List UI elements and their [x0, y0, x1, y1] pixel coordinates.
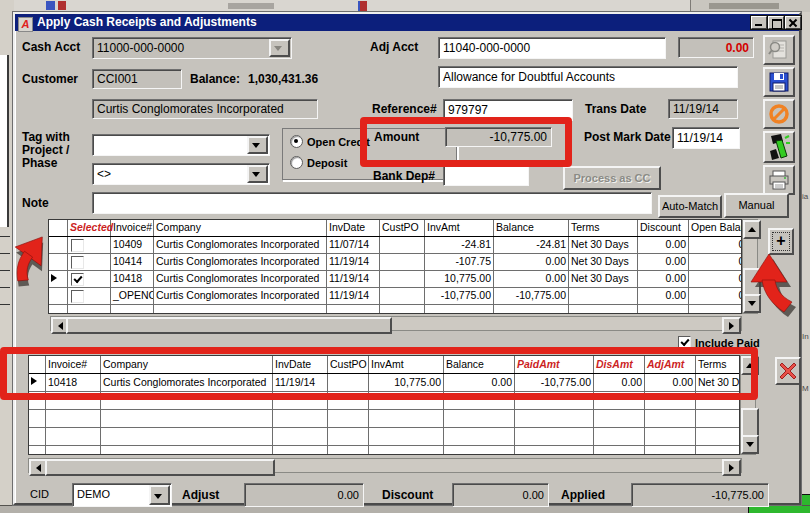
vscroll-thumb[interactable] [743, 268, 761, 297]
grid-cell[interactable]: Curtis Conglomorates Incorporated [154, 254, 327, 270]
cid-dropdown-button[interactable] [149, 485, 170, 505]
bank-dep-input[interactable] [443, 164, 529, 186]
include-paid-checkbox[interactable]: Include Paid [678, 336, 760, 349]
grid-cell[interactable] [380, 271, 425, 287]
grid-cell[interactable]: Curtis Conglomorates Incorporated [154, 237, 327, 253]
selected-checkbox-cell[interactable] [68, 237, 111, 253]
delete-applied-button[interactable] [775, 357, 801, 385]
grid-cell[interactable]: -10,775.00 [494, 288, 569, 304]
hscroll-thumb[interactable] [66, 317, 392, 334]
scroll-right-button[interactable] [722, 317, 741, 334]
scroll-down-button[interactable] [741, 435, 759, 454]
phase-dropdown-button[interactable] [247, 165, 268, 183]
auto-match-button[interactable]: Auto-Match [658, 195, 722, 218]
grid-cell[interactable]: 0.00 [494, 271, 569, 287]
grid-row[interactable]: 10414Curtis Conglomorates Incorporated11… [49, 254, 741, 271]
close-button[interactable] [785, 16, 801, 29]
hscroll-thumb[interactable] [45, 459, 275, 476]
grid-cell[interactable]: 0.00 [594, 374, 645, 391]
cancel-button[interactable] [763, 99, 795, 129]
grid-cell[interactable]: 11/19/14 [327, 254, 380, 270]
checkbox-unchecked-icon[interactable] [71, 290, 84, 303]
grid-cell[interactable]: -10,775.00 [425, 288, 494, 304]
checkbox-checked-icon[interactable] [678, 336, 691, 349]
grid-cell[interactable]: Net 30 Days [569, 271, 638, 287]
grid-cell[interactable]: 10,775.00 [369, 374, 444, 391]
scroll-up-button[interactable] [743, 220, 761, 239]
grid-cell[interactable]: 10418 [111, 271, 154, 287]
grid-cell[interactable]: Net 30 Days [696, 374, 740, 391]
add-invoice-button[interactable]: + [768, 228, 794, 255]
cid-combo[interactable]: DEMO [72, 483, 172, 507]
lookup-button[interactable] [763, 35, 795, 65]
reference-input[interactable]: 979797 [443, 99, 573, 121]
grid-cell[interactable]: 0.00 [638, 237, 689, 253]
grid-cell[interactable]: 0.00 [638, 254, 689, 270]
post-mark-date-input[interactable]: 11/19/14 [672, 127, 740, 149]
checkbox-unchecked-icon[interactable] [71, 256, 84, 269]
grid-cell[interactable] [380, 237, 425, 253]
grid-cell[interactable]: 0.00 [689, 271, 742, 287]
manual-button[interactable]: Manual [724, 193, 789, 218]
scroll-up-button[interactable] [741, 356, 759, 375]
print-button[interactable] [763, 165, 795, 195]
grid-cell[interactable]: 0.00 [645, 374, 696, 391]
grid-cell[interactable]: 10414 [111, 254, 154, 270]
phase-combo[interactable]: <> [92, 163, 270, 185]
grid-cell[interactable]: 10,775.00 [425, 271, 494, 287]
grid-cell[interactable]: 10418 [46, 374, 101, 391]
grid-cell[interactable]: 0.00 [689, 254, 742, 270]
grid-cell[interactable] [328, 374, 369, 391]
grid-cell[interactable]: 0.00 [638, 271, 689, 287]
grid-cell[interactable]: -10,775.00 [515, 374, 594, 391]
scroll-right-button[interactable] [722, 459, 741, 476]
process-as-cc-button[interactable]: Process as CC [563, 166, 661, 190]
cash-acct-dropdown-button[interactable] [269, 39, 290, 57]
project-dropdown-button[interactable] [247, 136, 268, 154]
selected-checkbox-cell[interactable] [68, 271, 111, 287]
grid-cell[interactable] [380, 288, 425, 304]
grid-cell[interactable]: 0.00 [444, 374, 515, 391]
grid-cell[interactable]: 0.00 [689, 237, 742, 253]
grid-cell[interactable]: _OPENCR [111, 288, 154, 304]
grid-row[interactable]: 10409Curtis Conglomorates Incorporated11… [49, 237, 741, 254]
project-combo[interactable] [92, 134, 270, 156]
grid-cell[interactable]: 11/07/14 [327, 237, 380, 253]
applied-hscrollbar[interactable] [28, 458, 742, 473]
grid-cell[interactable] [380, 254, 425, 270]
grid-cell[interactable]: -24.81 [425, 237, 494, 253]
dialog-titlebar[interactable]: AApply Cash Receipts and Adjustments [15, 14, 799, 31]
grid-row[interactable]: 10418Curtis Conglomorates Incorporated11… [49, 271, 741, 288]
open-credit-radio[interactable]: Open Credit [290, 135, 370, 148]
grid-cell[interactable] [569, 288, 638, 304]
grid-cell[interactable]: Curtis Conglomorates Incorporated [154, 271, 327, 287]
grid-cell[interactable]: -107.75 [425, 254, 494, 270]
adj-acct-input[interactable]: 11040-000-0000 [438, 37, 666, 59]
grid-cell[interactable]: Curtis Conglomorates Incorporated [101, 374, 273, 391]
applied-vscrollbar[interactable] [740, 355, 756, 455]
grid-cell[interactable]: 0.00 [689, 288, 742, 304]
minimize-button[interactable] [751, 16, 767, 29]
grid-cell[interactable]: 11/19/14 [327, 288, 380, 304]
grid-cell[interactable]: 0.00 [638, 288, 689, 304]
post-button[interactable] [763, 131, 795, 163]
maximize-button[interactable] [768, 16, 784, 29]
cash-acct-combo[interactable]: 11000-000-0000 [92, 37, 292, 59]
grid-cell[interactable]: Curtis Conglomorates Incorporated [154, 288, 327, 304]
grid-cell[interactable]: Net 30 Days [569, 254, 638, 270]
grid-cell[interactable]: 10409 [111, 237, 154, 253]
grid-row[interactable]: 10418Curtis Conglomorates Incorporated11… [29, 374, 739, 392]
scroll-down-button[interactable] [743, 294, 761, 313]
selected-checkbox-cell[interactable] [68, 288, 111, 304]
deposit-radio[interactable]: Deposit [290, 156, 347, 169]
save-button[interactable] [763, 67, 795, 97]
radio-unselected-icon[interactable] [290, 156, 303, 169]
grid-cell[interactable]: Net 30 Days [569, 237, 638, 253]
grid-cell[interactable]: -24.81 [494, 237, 569, 253]
checkbox-checked-icon[interactable] [71, 273, 84, 286]
invoices-hscrollbar[interactable] [50, 316, 742, 331]
grid-cell[interactable]: 11/19/14 [273, 374, 328, 391]
invoices-vscrollbar[interactable] [742, 219, 758, 314]
selected-checkbox-cell[interactable] [68, 254, 111, 270]
radio-selected-icon[interactable] [290, 135, 303, 148]
